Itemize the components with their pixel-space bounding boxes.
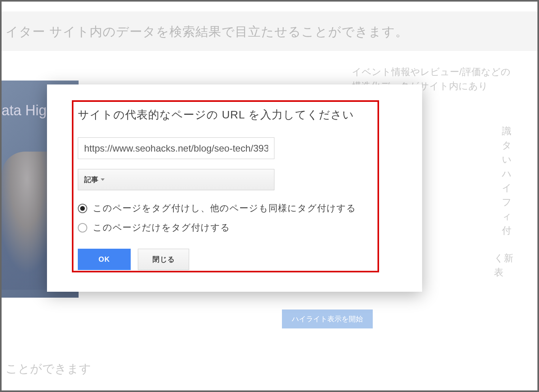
bg-header-text: イター サイト内のデータを検索結果で目立たせることができます。	[6, 23, 533, 41]
bg-start-highlight-button[interactable]: ハイライト表示を開始	[282, 309, 373, 328]
radio-label: このページだけをタグ付けする	[93, 221, 230, 234]
modal-title: サイトの代表的なページの URL を入力してください	[78, 107, 391, 122]
type-select-label: 記事	[84, 175, 98, 184]
bg-header: イター サイト内のデータを検索結果で目立たせることができます。	[2, 11, 537, 51]
url-entry-modal: サイトの代表的なページの URL を入力してください 記事 このページをタグ付け…	[47, 84, 422, 292]
radio-label: このページをタグ付けし、他のページも同様にタグ付けする	[93, 202, 356, 214]
bg-right-partial-text-2: く新 表	[494, 251, 518, 279]
radio-option-single[interactable]: このページだけをタグ付けする	[78, 221, 391, 234]
url-input[interactable]	[78, 137, 274, 159]
ok-button[interactable]: OK	[78, 249, 131, 270]
radio-icon-unselected	[78, 223, 87, 233]
caret-down-icon	[101, 178, 105, 181]
close-button[interactable]: 閉じる	[138, 249, 189, 270]
type-select[interactable]: 記事	[78, 169, 274, 190]
modal-buttons: OK 閉じる	[78, 249, 391, 270]
bg-right-partial-text: 識 タ い ハイ フィ 付	[502, 124, 518, 238]
radio-icon-selected	[78, 204, 87, 213]
bg-bottom-text: ことができます	[6, 361, 91, 377]
bg-video-label: ata Hig	[2, 102, 47, 119]
tag-radio-group: このページをタグ付けし、他のページも同様にタグ付けする このページだけをタグ付け…	[78, 202, 391, 234]
radio-option-multi[interactable]: このページをタグ付けし、他のページも同様にタグ付けする	[78, 202, 391, 214]
